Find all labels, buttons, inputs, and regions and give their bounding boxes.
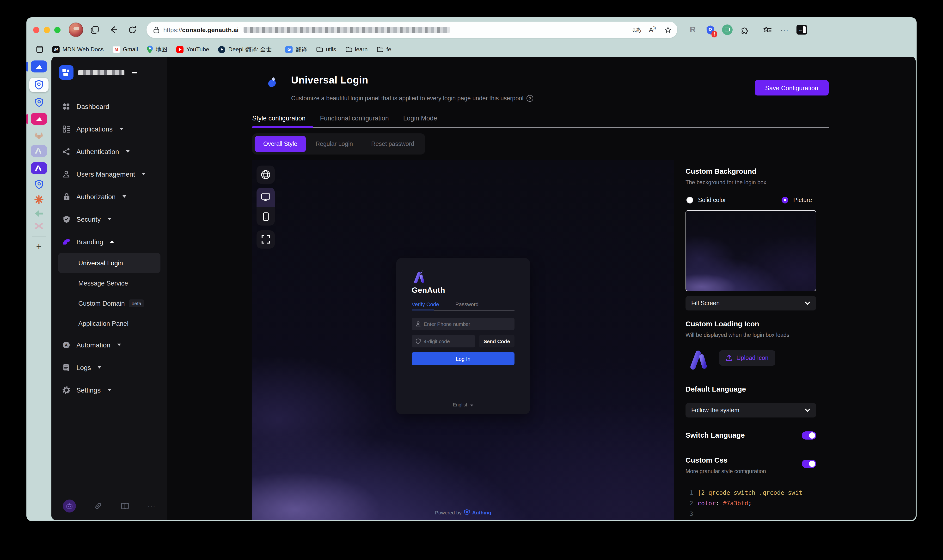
sidebar-item-message-service[interactable]: Message Service [58,273,161,293]
read-aloud-icon[interactable]: A)) [646,23,659,37]
bookmark-gmail[interactable]: MGmail [113,46,138,53]
tab-favicon-genauth-active[interactable] [29,78,48,92]
sidebar-item-logs[interactable]: Logs [58,356,161,378]
sidebar-item-authentication[interactable]: Authentication [58,140,161,163]
tab-favicon-genauth-light[interactable] [31,145,47,157]
tab-verify-code[interactable]: Verify Code [412,302,439,307]
close-window-button[interactable] [33,27,39,33]
tab-functional-configuration[interactable]: Functional configuration [320,115,389,122]
bookmark-folder-fe[interactable]: fe [377,46,391,53]
back-button[interactable] [106,23,120,37]
vertical-tab-strip: + [26,57,51,521]
switch-language-toggle[interactable] [802,431,816,440]
bookmark-maps[interactable]: 地图 [147,45,167,54]
subtab-regular-login[interactable]: Regular Login [307,136,362,152]
more-menu-icon[interactable]: ··· [778,23,791,36]
tab-favicon-genauth-purple[interactable] [31,162,47,174]
automation-icon: A [62,340,71,349]
branding-subnav: Universal Login Message Service Custom D… [58,253,161,334]
toolbar-divider [756,25,756,35]
tab-password[interactable]: Password [455,302,479,307]
bookmark-folder-learn[interactable]: learn [345,46,367,53]
workspace-collapse-icon [132,72,137,73]
folder-icon [377,46,384,52]
maximize-window-button[interactable] [54,27,60,33]
custom-loading-title: Custom Loading Icon [685,320,759,328]
mobile-view-button[interactable] [256,207,275,226]
sidebar-item-automation[interactable]: A Automation [58,334,161,356]
sidebar-item-authorization[interactable]: Authorization [58,185,161,208]
upload-icon-button[interactable]: Upload Icon [719,350,775,366]
css-code-line-2[interactable]: 2 color: #7a3bfd; [685,498,820,509]
translate-page-icon[interactable]: aあ [630,23,644,37]
desktop-view-button[interactable] [256,188,275,207]
sidebar-item-security[interactable]: Security [58,208,161,230]
screen-extension-icon[interactable] [721,23,733,36]
docs-book-icon[interactable] [120,502,129,509]
sidebar-toggle-icon[interactable]: ← [795,23,808,36]
profile-avatar[interactable] [69,23,83,37]
preview-language-globe-button[interactable] [256,166,275,184]
tab-favicon-blue-app[interactable] [31,60,47,72]
language-selector[interactable]: English [396,402,530,408]
sidebar-item-application-panel[interactable]: Application Panel [58,313,161,334]
extension-r-icon[interactable]: R [687,23,699,36]
sidebar-item-dashboard[interactable]: Dashboard [58,95,161,118]
tab-favicon-starburst[interactable] [34,195,44,205]
css-code-line-3[interactable]: 3 [685,509,820,519]
verification-code-input[interactable]: 4-digit code [412,335,475,348]
tab-style-configuration[interactable]: Style configuration [252,115,306,122]
minimize-window-button[interactable] [44,27,50,33]
tab-overview-icon[interactable] [88,23,102,37]
send-code-button[interactable]: Send Code [479,335,514,348]
bookmark-deepl[interactable]: DeepL翻译: 全世... [218,45,276,54]
subtab-overall-style[interactable]: Overall Style [255,136,306,152]
tab-favicon-green-app[interactable] [35,210,43,217]
picture-radio[interactable] [782,197,789,203]
default-language-select[interactable]: Follow the system [685,403,816,417]
custom-css-toggle[interactable] [802,460,816,468]
workspace-switcher[interactable] [58,64,161,83]
default-language-title: Default Language [685,385,746,393]
tab-favicon-shield[interactable] [34,97,43,108]
reload-button[interactable] [125,23,139,37]
bookmark-folder-utils[interactable]: utils [316,46,336,53]
bookmark-mdn[interactable]: MMDN Web Docs [52,46,104,53]
css-code-line-1[interactable]: 1 |2-qrcode-switch .qrcode-swit [685,488,820,498]
assistant-robot-icon[interactable] [63,500,76,512]
subtab-reset-password[interactable]: Reset password [363,136,423,152]
background-fit-select[interactable]: Fill Screen [685,296,816,311]
address-bar[interactable]: https:// console.genauth.ai aあ A)) [147,22,678,38]
link-icon[interactable] [94,502,102,510]
tab-favicon-gitlab[interactable] [34,130,44,140]
phone-number-input[interactable]: Enter Phone number [412,318,514,330]
fullscreen-button[interactable] [256,230,275,249]
bookmark-star-icon[interactable] [661,23,674,37]
shield-extension-icon[interactable]: ! [704,23,716,36]
tab-login-mode[interactable]: Login Mode [403,115,437,122]
tab-favicon-shield-2[interactable] [34,180,43,189]
favorites-collections-icon[interactable] [761,23,773,36]
sidebar-item-custom-domain[interactable]: Custom Domainbeta [58,293,161,313]
background-picture-preview[interactable] [685,210,816,291]
solid-color-radio[interactable] [687,197,693,203]
workspaces-icon[interactable] [36,46,43,53]
login-brand-name: GenAuth [412,286,445,295]
tab-favicon-x-app[interactable] [34,223,44,229]
extension-toolbar: R ! ··· ← [687,23,808,36]
sidebar-item-applications[interactable]: Applications [58,118,161,140]
help-icon[interactable]: ? [526,95,533,102]
tab-favicon-pink-app[interactable] [31,113,47,125]
sidebar-more-icon[interactable]: ··· [148,502,156,510]
log-in-button[interactable]: Log In [412,352,514,365]
new-tab-button[interactable]: + [36,242,42,251]
bookmark-translate[interactable]: G翻译 [286,45,307,54]
bookmark-youtube[interactable]: YouTube [176,46,209,53]
sidebar-item-universal-login[interactable]: Universal Login [58,253,161,273]
sidebar-item-branding[interactable]: Branding [58,230,161,253]
sidebar-item-settings[interactable]: Settings [58,378,161,401]
folder-icon [345,46,352,52]
login-tabs-underline [412,310,514,311]
extensions-puzzle-icon[interactable] [738,23,751,36]
sidebar-item-users-management[interactable]: Users Management [58,163,161,185]
